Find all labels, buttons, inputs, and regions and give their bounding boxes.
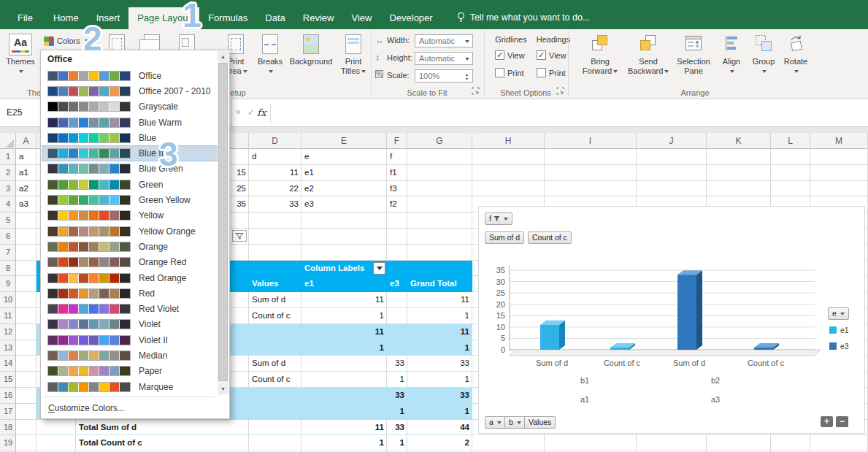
selection-pane-button[interactable]: Selection Pane (673, 31, 714, 76)
row-header-18[interactable]: 18 (0, 420, 16, 436)
scale-dialog-launcher-icon[interactable] (472, 87, 480, 95)
column-header-i[interactable]: I (545, 133, 637, 149)
column-header-m[interactable]: M (810, 133, 868, 149)
theme-item-red-orange[interactable]: Red Orange (42, 270, 218, 286)
pivot-chart[interactable]: 05101520253035Sum of dCount of cSum of d… (478, 206, 865, 434)
column-header-k[interactable]: K (707, 133, 771, 149)
theme-item-red-violet[interactable]: Red Violet (42, 301, 218, 316)
row-header-1[interactable]: 1 (0, 149, 16, 165)
theme-item-red[interactable]: Red (42, 286, 218, 301)
row-header-13[interactable]: 13 (0, 340, 16, 356)
column-header-d[interactable]: D (249, 133, 302, 149)
theme-item-office-2007-2010[interactable]: Office 2007 - 2010 (42, 83, 218, 99)
column-header-f[interactable]: F (387, 133, 407, 149)
insert-function-icon[interactable]: fx (257, 99, 266, 126)
column-header-a[interactable]: A (16, 133, 37, 149)
column-header-j[interactable]: J (637, 133, 707, 149)
select-all-corner[interactable] (0, 133, 16, 149)
headings-print-checkbox[interactable] (537, 68, 546, 77)
theme-item-median[interactable]: Median (42, 348, 218, 363)
chart-axis-button-a[interactable]: a (485, 416, 506, 429)
theme-item-yellow-orange[interactable]: Yellow Orange (42, 223, 218, 239)
field-filter-button[interactable] (232, 230, 247, 242)
legend-item-e3[interactable]: e3 (829, 342, 849, 351)
tab-developer[interactable]: Developer (380, 7, 441, 29)
tell-me[interactable]: Tell me what you want to do... (456, 6, 591, 29)
row-header-15[interactable]: 15 (0, 372, 16, 388)
scroll-thumb[interactable] (218, 63, 228, 381)
theme-item-blue[interactable]: Blue (42, 130, 218, 145)
theme-item-office[interactable]: Office (42, 68, 218, 83)
chart-filter-field-button[interactable]: f (485, 212, 512, 225)
row-header-11[interactable]: 11 (0, 308, 16, 324)
theme-item-violet[interactable]: Violet (42, 317, 218, 332)
row-header-7[interactable]: 7 (0, 245, 16, 261)
tab-review[interactable]: Review (294, 7, 343, 29)
tab-file[interactable]: File (6, 7, 45, 29)
row-header-16[interactable]: 16 (0, 388, 16, 404)
chart-value-button-sum-of-d[interactable]: Sum of d (485, 231, 524, 244)
row-header-19[interactable]: 19 (0, 435, 16, 451)
scroll-up-icon[interactable]: ▲ (218, 51, 228, 62)
row-header-6[interactable]: 6 (0, 229, 16, 245)
zoom-in-button[interactable]: + (821, 416, 833, 427)
row-header-17[interactable]: 17 (0, 404, 16, 420)
column-header-g[interactable]: G (407, 133, 472, 149)
row-header-14[interactable]: 14 (0, 356, 16, 372)
cancel-icon[interactable]: × (236, 99, 241, 126)
theme-item-violet-ii[interactable]: Violet II (42, 332, 218, 348)
column-labels-filter-button[interactable] (373, 262, 385, 275)
tab-view[interactable]: View (342, 7, 380, 29)
column-header-l[interactable]: L (771, 133, 810, 149)
bring-forward-button[interactable]: Bring Forward (580, 31, 621, 76)
chart-series-field-button[interactable]: e (828, 307, 849, 320)
row-header-10[interactable]: 10 (0, 292, 16, 308)
tab-home[interactable]: Home (45, 7, 88, 29)
chart-axis-button-b[interactable]: b (504, 416, 526, 429)
tab-formulas[interactable]: Formulas (199, 7, 256, 29)
sheet-options-dialog-launcher-icon[interactable] (556, 87, 564, 95)
headings-view-checkbox[interactable]: ✓ (537, 50, 546, 60)
theme-item-yellow[interactable]: Yellow (42, 208, 218, 223)
column-header-h[interactable]: H (472, 133, 545, 149)
row-header-2[interactable]: 2 (0, 165, 16, 181)
theme-item-grayscale[interactable]: Grayscale (42, 99, 218, 115)
gridlines-view-checkbox[interactable]: ✓ (495, 50, 504, 60)
background-button[interactable]: Background (289, 31, 333, 66)
group-button[interactable]: Group (748, 31, 780, 76)
customize-colors-item[interactable]: Customize Colors... (41, 400, 229, 416)
tab-data[interactable]: Data (256, 7, 293, 29)
scroll-down-icon[interactable]: ▼ (218, 383, 228, 394)
theme-item-blue-warm[interactable]: Blue Warm (42, 115, 218, 130)
align-button[interactable]: Align (714, 31, 749, 76)
height-select[interactable]: Automatic (415, 52, 473, 65)
row-header-12[interactable]: 12 (0, 324, 16, 340)
gridlines-print-checkbox[interactable] (495, 68, 504, 77)
zoom-out-button[interactable]: − (836, 416, 848, 427)
theme-item-marquee[interactable]: Marquee (42, 379, 218, 394)
formula-input[interactable] (271, 99, 868, 126)
rotate-button[interactable]: Rotate (778, 31, 813, 76)
row-header-5[interactable]: 5 (0, 212, 16, 229)
theme-item-orange-red[interactable]: Orange Red (42, 255, 218, 270)
row-header-3[interactable]: 3 (0, 181, 16, 197)
scale-input[interactable]: 100% ▲▼ (415, 69, 473, 83)
row-header-9[interactable]: 9 (0, 276, 16, 292)
legend-item-e1[interactable]: e1 (829, 326, 849, 334)
column-header-e[interactable]: E (302, 133, 387, 149)
chart-axis-button-values[interactable]: Values (524, 416, 556, 429)
theme-item-blue-green[interactable]: Blue Green (42, 161, 218, 177)
theme-item-blue-ii[interactable]: Blue II (42, 145, 218, 161)
menu-scrollbar[interactable]: ▲ ▼ (218, 51, 228, 394)
theme-item-green[interactable]: Green (42, 177, 218, 192)
print-titles-button[interactable]: Print Titles (334, 31, 372, 76)
breaks-button[interactable]: Breaks (253, 31, 288, 76)
enter-icon[interactable]: ✓ (247, 99, 255, 126)
scale-spinner[interactable]: ▲▼ (462, 71, 472, 82)
theme-item-paper[interactable]: Paper (42, 364, 218, 379)
themes-button[interactable]: Aa Themes (2, 31, 39, 76)
row-header-8[interactable]: 8 (0, 261, 16, 277)
theme-item-orange[interactable]: Orange (42, 239, 218, 254)
chart-value-button-count-of-c[interactable]: Count of c (528, 231, 572, 244)
theme-item-green-yellow[interactable]: Green Yellow (42, 192, 218, 207)
